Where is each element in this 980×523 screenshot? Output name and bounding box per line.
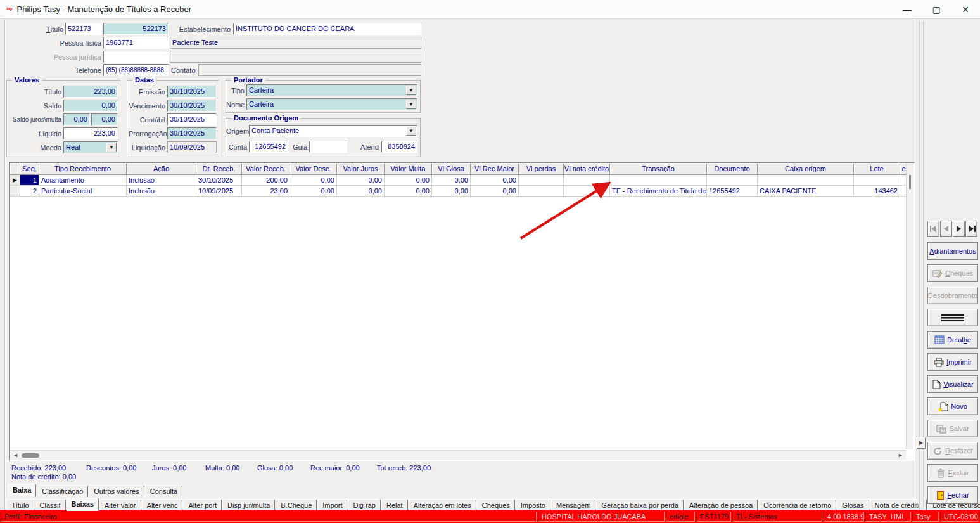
table-cell[interactable] — [707, 175, 758, 186]
table-cell[interactable] — [564, 175, 610, 186]
guia-field[interactable] — [309, 141, 347, 153]
table-cell[interactable]: CAIXA PACIENTE — [758, 186, 854, 197]
tab-relat[interactable]: Relat — [381, 499, 408, 511]
tab-baixa[interactable]: Baixa — [8, 484, 36, 497]
scroll-left-icon[interactable]: ◄ — [13, 452, 18, 458]
column-header[interactable]: Documento — [707, 164, 758, 175]
column-header[interactable]: Valor Receb. — [242, 164, 290, 175]
valores-moeda-select[interactable]: Real ▼ — [63, 141, 118, 153]
tab-gera-o-baixa-por-perda[interactable]: Geração baixa por perda — [596, 499, 684, 511]
splitter-collapse-button[interactable]: ▶ — [917, 437, 926, 449]
atend-field[interactable]: 8358924 — [381, 141, 417, 153]
table-cell[interactable]: Inclusão — [127, 175, 196, 186]
tab-disp-jur-multa[interactable]: Disp jur/multa — [222, 499, 275, 511]
origem-select[interactable]: Conta Paciente ▼ — [249, 125, 417, 137]
table-cell[interactable]: 12655492 — [707, 186, 758, 197]
conta-field[interactable]: 12655492 — [249, 141, 288, 153]
table-cell[interactable]: 0,00 — [432, 186, 471, 197]
table-cell[interactable] — [519, 175, 564, 186]
column-header[interactable]: Seq. — [20, 164, 39, 175]
table-cell[interactable] — [854, 175, 900, 186]
tab-consulta[interactable]: Consulta — [145, 485, 182, 497]
chevron-down-icon[interactable]: ▼ — [406, 86, 416, 95]
tab-import[interactable]: Import — [317, 499, 347, 511]
adiantamentos-button[interactable]: Adiantamentos — [927, 242, 978, 260]
tab-alter-venc[interactable]: Alter venc — [142, 499, 183, 511]
contato-field[interactable] — [198, 64, 421, 76]
tab-alter-valor[interactable]: Alter valor — [99, 499, 141, 511]
table-cell[interactable] — [519, 186, 564, 197]
tab-mensagem[interactable]: Mensagem — [551, 499, 595, 511]
close-button[interactable]: ✕ — [951, 0, 980, 19]
last-record-button[interactable] — [965, 221, 977, 237]
tab-alter-port[interactable]: Alter port — [183, 499, 222, 511]
table-cell[interactable]: TE - Recebimento de Titulo de — [610, 186, 707, 197]
column-header[interactable]: e — [900, 164, 906, 175]
table-row[interactable]: 2Particular-SocialInclusão10/09/202523,0… — [10, 186, 906, 197]
table-cell[interactable]: 0,00 — [385, 175, 432, 186]
table-cell[interactable] — [900, 186, 906, 197]
chevron-down-icon[interactable]: ▼ — [406, 126, 416, 136]
column-header[interactable]: Vl perdas — [519, 164, 564, 175]
column-header[interactable]: Vl nota crédito — [564, 164, 610, 175]
table-cell[interactable]: 143462 — [854, 186, 900, 197]
menu-button[interactable] — [927, 309, 978, 326]
table-cell[interactable]: 30/10/2025 — [196, 175, 242, 186]
portador-nome-select[interactable]: Carteira ▼ — [246, 98, 417, 110]
tab-t-tulo[interactable]: Título — [6, 499, 34, 511]
table-cell[interactable]: Particular-Social — [39, 186, 127, 197]
tab-cheques[interactable]: Cheques — [477, 499, 515, 511]
scroll-right-icon[interactable]: ► — [898, 452, 903, 458]
minimize-button[interactable]: — — [893, 0, 922, 19]
table-cell[interactable] — [564, 186, 610, 197]
tab-glosas[interactable]: Glosas — [837, 499, 869, 511]
chevron-down-icon[interactable]: ▼ — [106, 143, 117, 152]
table-cell[interactable]: 0,00 — [290, 175, 337, 186]
datas-3-field[interactable]: 30/10/2025 — [167, 113, 217, 126]
scrollbar-thumb[interactable] — [22, 453, 39, 458]
tab-imposto[interactable]: Imposto — [516, 499, 550, 511]
column-header[interactable]: Transação — [610, 164, 707, 175]
estabelecimento-field[interactable]: INSTITUTO DO CANCER DO CEARA — [233, 23, 421, 35]
pessoa-juridica-input[interactable] — [103, 51, 169, 63]
detalhe-button[interactable]: Detalhe — [927, 331, 978, 349]
portador-tipo-select[interactable]: Carteira ▼ — [246, 84, 417, 96]
column-header[interactable]: Valor Multa — [385, 164, 432, 175]
titulo-input[interactable]: 522173 — [65, 23, 102, 35]
column-header[interactable]: Vl Glosa — [432, 164, 471, 175]
chevron-down-icon[interactable]: ▼ — [406, 100, 416, 109]
tab-classif[interactable]: Classif — [35, 499, 66, 511]
tab-b-cheque[interactable]: B.Cheque — [276, 499, 317, 511]
horizontal-scrollbar[interactable]: ◄ ► — [10, 450, 906, 460]
column-header[interactable]: Tipo Recebimento — [39, 164, 127, 175]
column-header[interactable]: Ação — [127, 164, 196, 175]
tab-altera-o-de-pessoa[interactable]: Alteração de pessoa — [684, 499, 758, 511]
table-cell[interactable]: 0,00 — [337, 175, 385, 186]
valores-liquido-field[interactable]: 223,00 — [63, 127, 118, 139]
table-row[interactable]: ▶1AdiantamentoInclusão30/10/2025200,000,… — [10, 175, 906, 186]
table-cell[interactable]: Inclusão — [127, 186, 196, 197]
table-cell[interactable] — [758, 175, 854, 186]
table-cell[interactable]: 0,00 — [385, 186, 432, 197]
fechar-button[interactable]: Fechar — [927, 486, 978, 504]
visualizar-button[interactable]: Visualizar — [927, 375, 978, 393]
column-header[interactable]: Dt. Receb. — [196, 164, 242, 175]
vertical-scrollbar[interactable] — [906, 164, 913, 449]
column-header[interactable]: Valor Juros — [337, 164, 385, 175]
table-cell[interactable]: 10/09/2025 — [196, 186, 242, 197]
column-header[interactable]: Lote — [854, 164, 900, 175]
column-header[interactable]: Vl Rec Maior — [471, 164, 519, 175]
table-cell[interactable]: 0,00 — [471, 186, 519, 197]
telefone-field[interactable]: (85) (88)88888-8888 — [103, 64, 169, 76]
table-cell[interactable]: 1 — [20, 175, 39, 186]
table-cell[interactable] — [610, 175, 707, 186]
table-cell[interactable] — [900, 175, 906, 186]
column-header[interactable]: Caixa origem — [758, 164, 854, 175]
tab-classifica-o[interactable]: Classificação — [37, 485, 88, 497]
next-record-button[interactable] — [953, 221, 965, 237]
tab-baixas[interactable]: Baixas — [67, 498, 99, 511]
panel-splitter[interactable] — [919, 21, 924, 510]
table-cell[interactable]: Adiantamento — [39, 175, 127, 186]
novo-button[interactable]: Novo — [927, 397, 978, 415]
tab-outros-valores[interactable]: Outros valores — [89, 485, 144, 497]
